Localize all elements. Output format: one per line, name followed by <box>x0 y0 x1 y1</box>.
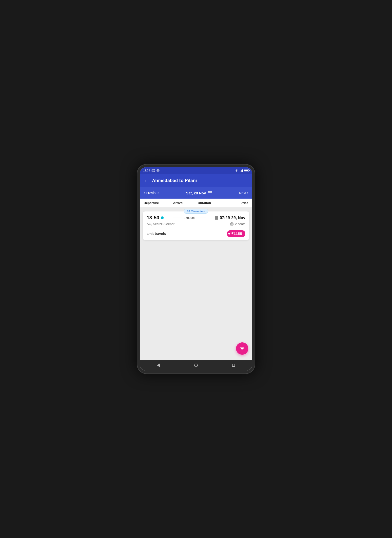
arrival-square-icon <box>215 216 218 220</box>
filter-fab-button[interactable] <box>236 342 248 355</box>
duration-section: 17h39m <box>164 216 215 220</box>
status-left: 11:29 <box>143 169 159 172</box>
date-nav-bar: ‹ Previous Sat, 28 Nov Next <box>140 187 252 199</box>
nav-back-button[interactable] <box>156 363 161 368</box>
price-tag[interactable]: ₹1155 <box>227 230 245 237</box>
svg-rect-2 <box>154 170 154 170</box>
duration-text: 17h39m <box>184 216 195 220</box>
departure-time: 13:50 <box>147 215 164 221</box>
device-frame: 11:29 <box>137 164 255 374</box>
bus-card-bottom: amit travels ₹1155 <box>147 229 245 237</box>
svg-rect-15 <box>209 193 209 193</box>
content-area: 88.0% on time 13:50 17h39m <box>140 207 252 360</box>
status-bar: 11:29 <box>140 167 252 174</box>
filter-icon <box>239 346 245 351</box>
sim-icon <box>152 169 155 172</box>
previous-button[interactable]: ‹ Previous <box>144 191 159 195</box>
seats-info: 2 seats <box>230 222 245 226</box>
bus-card-wrapper: 88.0% on time 13:50 17h39m <box>143 211 249 240</box>
col-arrival-header: Arrival <box>167 201 190 205</box>
col-price-header: Price <box>219 201 248 205</box>
svg-rect-18 <box>209 194 209 194</box>
page-title: Ahmedabad to Pilani <box>152 178 197 183</box>
line-left <box>173 218 182 218</box>
app-header: ← Ahmedabad to Pilani <box>140 174 252 187</box>
arrival-block: 07:29 29, Nov <box>215 216 245 220</box>
bottom-nav <box>140 360 252 371</box>
svg-rect-17 <box>211 193 211 193</box>
date-display: Sat, 28 Nov <box>186 191 212 195</box>
price-value: ₹1155 <box>231 231 242 236</box>
screen: 11:29 <box>140 167 252 371</box>
next-button[interactable]: Next › <box>239 191 248 195</box>
departure-dot <box>161 216 164 219</box>
svg-point-4 <box>158 170 158 170</box>
column-headers: Departure Arrival Duration Price <box>140 199 252 207</box>
time-display: 11:29 <box>143 169 150 172</box>
col-departure-header: Departure <box>144 201 167 205</box>
svg-point-10 <box>236 171 237 172</box>
bus-card[interactable]: 13:50 17h39m 07:29 29, No <box>143 211 249 240</box>
signal-icon <box>240 169 243 172</box>
arrival-info: 07:29 29, Nov <box>215 216 245 220</box>
back-button[interactable]: ← <box>144 178 149 184</box>
svg-rect-1 <box>152 170 153 170</box>
arrival-date: 29, Nov <box>231 216 245 220</box>
battery-icon <box>244 169 249 172</box>
chevron-right-icon: › <box>247 191 248 195</box>
bus-card-top: 13:50 17h39m 07:29 29, No <box>147 215 245 221</box>
svg-rect-0 <box>152 169 155 172</box>
on-time-badge: 88.0% on time <box>184 209 208 214</box>
svg-rect-19 <box>210 194 210 194</box>
line-right <box>196 218 206 218</box>
bus-type: AC, Seater-Sleeper <box>147 222 175 226</box>
nav-home-button[interactable] <box>194 363 198 368</box>
nav-recents-button[interactable] <box>231 363 236 368</box>
bus-card-mid: AC, Seater-Sleeper 2 seats <box>147 222 245 226</box>
chevron-left-icon: ‹ <box>144 191 145 195</box>
status-right <box>235 169 249 172</box>
svg-rect-16 <box>210 193 210 193</box>
luggage-icon <box>230 222 234 226</box>
calendar-icon[interactable] <box>208 191 212 195</box>
col-duration-header: Duration <box>190 201 219 205</box>
location-icon <box>157 169 159 172</box>
arrival-time: 07:29 <box>220 216 230 220</box>
operator-name: amit travels <box>147 232 166 236</box>
wifi-icon <box>235 169 239 172</box>
